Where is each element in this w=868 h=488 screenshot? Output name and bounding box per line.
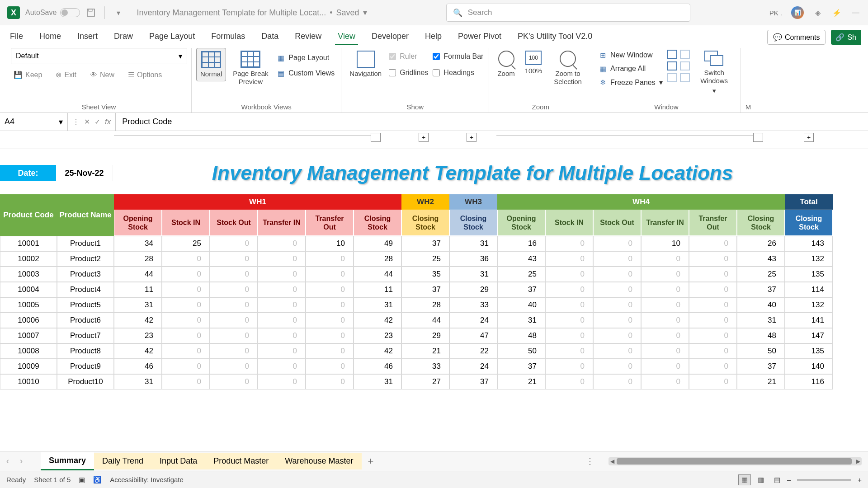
- more-icon[interactable]: ⋮: [72, 117, 80, 126]
- cell[interactable]: 0: [545, 343, 593, 359]
- cell[interactable]: 0: [162, 297, 210, 313]
- cell[interactable]: 0: [593, 236, 641, 251]
- cell[interactable]: 140: [785, 359, 833, 374]
- cell[interactable]: 135: [785, 267, 833, 282]
- h-total-close[interactable]: Closing Stock: [785, 210, 833, 236]
- cell[interactable]: 10009: [0, 359, 57, 374]
- cell[interactable]: 0: [258, 282, 306, 297]
- cell[interactable]: 0: [258, 267, 306, 282]
- outline-collapse-1[interactable]: –: [371, 133, 381, 142]
- cell[interactable]: 0: [210, 374, 258, 389]
- outline-collapse-4[interactable]: –: [753, 133, 763, 142]
- cell[interactable]: 10004: [0, 282, 57, 297]
- cell[interactable]: 0: [210, 328, 258, 343]
- next-sheet-icon[interactable]: ›: [20, 456, 23, 466]
- cell[interactable]: 0: [641, 251, 689, 267]
- hide-icon[interactable]: [667, 61, 677, 70]
- group-wh2[interactable]: WH2: [401, 194, 449, 210]
- fx-icon[interactable]: fx: [105, 117, 111, 127]
- view-normal-icon[interactable]: ▦: [738, 474, 751, 485]
- checkbox-gridlines[interactable]: Gridlines: [388, 67, 429, 79]
- user-avatar-icon[interactable]: 📊: [791, 6, 804, 19]
- cell[interactable]: 0: [162, 343, 210, 359]
- cell[interactable]: 21: [401, 343, 449, 359]
- cell[interactable]: 31: [497, 313, 545, 328]
- tab-data[interactable]: Data: [259, 28, 281, 45]
- view-pagelayout-icon[interactable]: ▥: [755, 474, 767, 485]
- cell[interactable]: 34: [114, 236, 162, 251]
- cell[interactable]: 44: [401, 313, 449, 328]
- tab-pktool[interactable]: PK's Utility Tool V2.0: [515, 28, 595, 45]
- cell[interactable]: 0: [689, 343, 737, 359]
- h-wh1-close[interactable]: Closing Stock: [354, 210, 401, 236]
- cell[interactable]: 0: [210, 251, 258, 267]
- new-sheet-button[interactable]: +: [362, 453, 380, 470]
- cell[interactable]: 0: [545, 313, 593, 328]
- accessibility-icon[interactable]: ♿: [93, 476, 102, 484]
- h-wh1-in[interactable]: Stock IN: [162, 210, 210, 236]
- h-wh4-in[interactable]: Stock IN: [545, 210, 593, 236]
- cell[interactable]: 44: [354, 267, 401, 282]
- cell[interactable]: 43: [737, 251, 785, 267]
- cell[interactable]: 42: [354, 313, 401, 328]
- cell[interactable]: 50: [737, 343, 785, 359]
- cell[interactable]: 143: [785, 236, 833, 251]
- cell[interactable]: 0: [306, 251, 354, 267]
- cell[interactable]: 25: [497, 267, 545, 282]
- sheetview-new[interactable]: 👁New: [87, 69, 117, 81]
- plug-icon[interactable]: ⚡: [832, 8, 842, 18]
- zoom-100-button[interactable]: 100100%: [521, 48, 546, 78]
- col-product-code[interactable]: Product Code: [0, 194, 57, 236]
- cell[interactable]: 0: [162, 359, 210, 374]
- cell[interactable]: 0: [593, 251, 641, 267]
- cell[interactable]: 37: [737, 359, 785, 374]
- cell[interactable]: 11: [114, 282, 162, 297]
- cell[interactable]: 0: [162, 282, 210, 297]
- cell[interactable]: 0: [210, 282, 258, 297]
- zoom-button[interactable]: Zoom: [494, 48, 518, 80]
- cell[interactable]: 37: [497, 282, 545, 297]
- cell[interactable]: 0: [641, 343, 689, 359]
- cell[interactable]: Product4: [57, 282, 114, 297]
- formula-input[interactable]: Product Code: [115, 113, 868, 131]
- sheet-tab-product[interactable]: Product Master: [205, 453, 277, 469]
- cell[interactable]: 10: [306, 236, 354, 251]
- h-wh4-tout[interactable]: Transfer Out: [689, 210, 737, 236]
- cell[interactable]: 0: [641, 359, 689, 374]
- comments-button[interactable]: 💬 Comments: [767, 30, 826, 45]
- checkbox-headings[interactable]: Headings: [432, 67, 484, 79]
- tab-developer[interactable]: Developer: [369, 28, 411, 45]
- h-wh4-open[interactable]: Opening Stock: [497, 210, 545, 236]
- scroll-right-icon[interactable]: ▶: [854, 457, 862, 465]
- save-icon[interactable]: [85, 7, 96, 18]
- cell[interactable]: 0: [306, 267, 354, 282]
- cell[interactable]: 46: [354, 359, 401, 374]
- cell[interactable]: 0: [545, 359, 593, 374]
- cell[interactable]: 0: [641, 282, 689, 297]
- zoom-selection-button[interactable]: Zoom to Selection: [548, 48, 587, 89]
- table-row[interactable]: 10009Product946000046332437000037140: [0, 359, 833, 374]
- enter-icon[interactable]: ✓: [94, 117, 100, 126]
- cell[interactable]: 48: [497, 328, 545, 343]
- cell[interactable]: 0: [210, 236, 258, 251]
- tab-view[interactable]: View: [335, 28, 358, 45]
- cell[interactable]: 28: [401, 297, 449, 313]
- cell[interactable]: 42: [114, 343, 162, 359]
- zoom-slider[interactable]: [797, 479, 851, 481]
- title-dropdown-icon[interactable]: ▾: [363, 8, 367, 18]
- cell[interactable]: Product3: [57, 267, 114, 282]
- cell[interactable]: 0: [689, 359, 737, 374]
- sheetview-keep[interactable]: 💾Keep: [11, 69, 45, 81]
- new-window-button[interactable]: ⊞New Window: [597, 50, 665, 61]
- table-row[interactable]: 10006Product642000042442431000031141: [0, 313, 833, 328]
- group-total[interactable]: Total: [785, 194, 833, 210]
- cell[interactable]: 0: [210, 297, 258, 313]
- cell[interactable]: 25: [401, 251, 449, 267]
- cell[interactable]: 0: [545, 282, 593, 297]
- cell[interactable]: 116: [785, 374, 833, 389]
- h-wh4-tin[interactable]: Transfer IN: [641, 210, 689, 236]
- cell[interactable]: 0: [210, 343, 258, 359]
- chevron-down-icon[interactable]: ▾: [59, 117, 63, 127]
- status-accessibility[interactable]: Accessibility: Investigate: [110, 476, 184, 483]
- view-pagelayout[interactable]: ▦Page Layout: [275, 52, 336, 63]
